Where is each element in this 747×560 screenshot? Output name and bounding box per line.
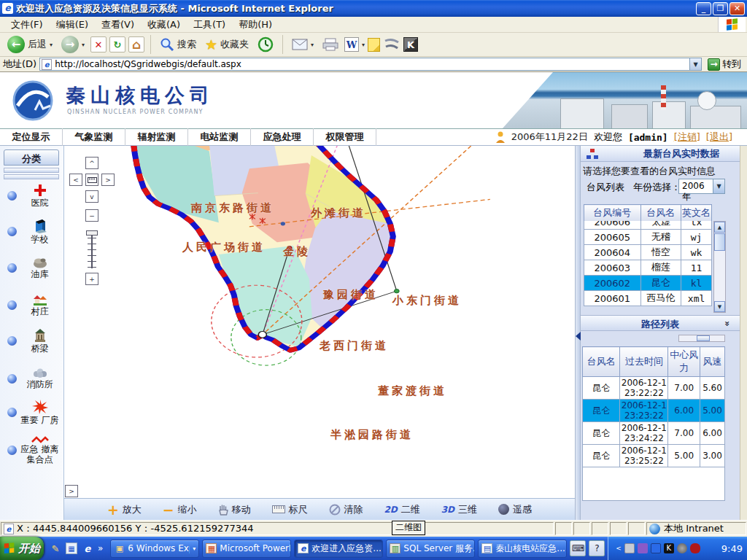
taskbar-window-sqlserver[interactable]: ▥ SQL Server 服务... [386, 540, 475, 558]
address-input[interactable] [53, 59, 689, 69]
zoom-slider-handle[interactable] [86, 230, 98, 236]
sidebar-item-fire-station[interactable]: 消防所 [0, 368, 63, 389]
tab-emergency[interactable]: 应急处理 [251, 128, 314, 146]
zoom-out-tool[interactable]: − 缩小 [163, 503, 197, 516]
menu-favorites[interactable]: 收藏(A) [141, 17, 187, 33]
tray-network-icon[interactable] [651, 543, 661, 553]
table-row[interactable]: 200605 无稽 wj [584, 230, 712, 245]
scroll-down-icon[interactable]: ▼ [714, 301, 725, 312]
close-button[interactable]: ✕ [729, 2, 745, 15]
point-marker-blue[interactable] [281, 222, 285, 225]
pan-down-button[interactable]: v [85, 190, 98, 203]
back-dropdown-icon[interactable]: ▾ [50, 42, 53, 48]
sidebar-item-key-plant[interactable]: 重要 厂房 [0, 400, 63, 425]
table-row[interactable]: 200601 西马伦 xml [584, 291, 712, 306]
point-marker-green[interactable] [394, 289, 399, 292]
category-bar[interactable] [4, 174, 59, 179]
scroll-thumb[interactable] [714, 233, 725, 251]
tab-location[interactable]: 定位显示 [0, 128, 63, 146]
back-button[interactable]: ← 后退 ▾ [4, 35, 55, 54]
collapse-panel-icon[interactable] [576, 332, 581, 341]
category-header[interactable]: 分类 [4, 149, 59, 166]
mail-dropdown-icon[interactable]: ▾ [311, 42, 314, 48]
tray-purple-icon[interactable] [638, 543, 648, 553]
quick-launch-outlook-icon[interactable]: ▦ [66, 542, 77, 554]
tool-button[interactable] [383, 36, 400, 52]
view-3d-tool[interactable]: 3D 三维 [441, 503, 477, 516]
panel-splitter[interactable] [575, 146, 581, 520]
sidebar-item-bridge[interactable]: 桥梁 [0, 328, 63, 354]
restore-button[interactable]: ❐ [713, 2, 728, 15]
go-button[interactable]: → 转到 [705, 58, 744, 71]
table-row[interactable]: 200603 榴莲 11 [584, 260, 712, 276]
sidebar-item-oil-depot[interactable]: 油库 [0, 257, 63, 279]
forward-button[interactable]: → ▾ [58, 35, 88, 54]
tab-weather[interactable]: 气象监测 [63, 128, 125, 146]
zoom-slider[interactable] [86, 230, 98, 268]
address-dropdown-icon[interactable]: ▼ [689, 58, 701, 70]
word-edit-button[interactable]: W [344, 37, 359, 52]
table-row[interactable]: 昆仑 2006-12-1 23:22:22 7.00 5.60 [583, 377, 725, 400]
start-button[interactable]: 开始 [0, 537, 44, 560]
tab-radiation[interactable]: 辐射监测 [125, 128, 188, 146]
ruler-center-button[interactable] [85, 174, 98, 186]
sidebar-item-assembly-point[interactable]: 应急 撤离 集合点 [0, 436, 63, 464]
exit-link[interactable]: [退出] [706, 131, 732, 144]
path-list-header[interactable]: 路径列表 » [581, 315, 740, 331]
map-viewport[interactable]: 南京东路街道 外滩街道 人民广场街道 金陵 豫园街道 小东门街道 老西门街道 董… [64, 146, 575, 498]
zoom-in-tool[interactable]: + 放大 [107, 503, 142, 516]
pan-right-button[interactable]: > [101, 174, 115, 186]
pan-up-button[interactable]: ^ [85, 157, 98, 169]
table-row[interactable]: 昆仑 2006-12-1 23:24:22 7.00 6.00 [583, 422, 725, 445]
tab-permission[interactable]: 权限管理 [314, 128, 376, 146]
year-select[interactable]: 2006年 ▼ [678, 179, 725, 194]
minimize-button[interactable]: _ [696, 2, 711, 15]
hide-icons-chevron-icon[interactable]: < [616, 545, 622, 552]
year-dropdown-icon[interactable]: ▼ [713, 179, 724, 193]
pan-left-button[interactable]: < [69, 174, 82, 186]
print-button[interactable] [320, 37, 341, 52]
taskbar-window-word[interactable]: ▤ 秦山核电站应急... [478, 540, 567, 558]
k-plugin-button[interactable]: K [403, 37, 418, 52]
menu-edit[interactable]: 编辑(E) [50, 17, 95, 33]
scroll-up-icon[interactable]: ▲ [714, 222, 725, 233]
mini-horizontal-scrollbar[interactable] [678, 335, 725, 342]
ruler-tool[interactable]: 标尺 [272, 503, 308, 516]
taskbar-window-explorer-group[interactable]: ▣ 6 Windows Expl... ▾ [110, 540, 199, 558]
remote-sensing-tool[interactable]: 遥感 [498, 503, 532, 516]
tray-antivirus-icon[interactable]: K [664, 543, 674, 553]
table-row[interactable]: 200606 太虚 tx [584, 221, 712, 230]
stop-button[interactable]: ✕ [90, 36, 107, 52]
quick-launch-pencil-icon[interactable]: ✎ [50, 542, 61, 554]
zoom-slider-minus-button[interactable]: − [85, 209, 98, 222]
menu-view[interactable]: 查看(V) [95, 17, 141, 33]
search-button[interactable]: 搜索 [157, 36, 199, 52]
help-language-button[interactable]: ? [589, 540, 605, 556]
refresh-button[interactable]: ↻ [109, 36, 125, 52]
taskbar-window-powerpoint[interactable]: ▦ Microsoft PowerP... [202, 540, 291, 558]
tray-gray-icon[interactable] [677, 543, 687, 553]
table-row-selected[interactable]: 200602 昆仑 kl [584, 276, 712, 291]
chevron-down-icon[interactable]: » [722, 321, 732, 325]
favorites-button[interactable]: ★ 收藏夹 [202, 36, 252, 53]
sidebar-item-school[interactable]: 学校 [0, 219, 63, 244]
menu-file[interactable]: 文件(F) [4, 17, 50, 33]
menu-help[interactable]: 帮助(H) [232, 17, 279, 33]
note-button[interactable] [368, 38, 380, 52]
category-bar[interactable] [4, 168, 59, 173]
clear-tool[interactable]: 清除 [329, 503, 363, 516]
sidebar-item-hospital[interactable]: 医院 [0, 184, 63, 208]
menu-tools[interactable]: 工具(T) [187, 17, 232, 33]
keyboard-language-button[interactable]: ⌨ [570, 540, 586, 556]
home-button[interactable]: ⌂ [128, 36, 144, 52]
quick-launch-overflow-icon[interactable]: » [98, 543, 103, 553]
table-row-selected[interactable]: 昆仑 2006-12-1 23:23:22 6.00 5.00 [583, 400, 725, 422]
sidebar-item-village[interactable]: 村庄 [0, 293, 63, 316]
tray-ati-icon[interactable] [690, 543, 700, 553]
quick-launch-ie-icon[interactable]: e [82, 542, 93, 554]
table-row[interactable]: 200604 悟空 wk [584, 245, 712, 260]
tray-sql-icon[interactable] [624, 543, 635, 553]
sidebar-expand-button[interactable]: > [65, 485, 78, 497]
table-row[interactable]: 昆仑 2006-12-1 23:25:22 5.00 3.00 [583, 445, 725, 467]
forward-dropdown-icon[interactable]: ▾ [82, 42, 85, 48]
